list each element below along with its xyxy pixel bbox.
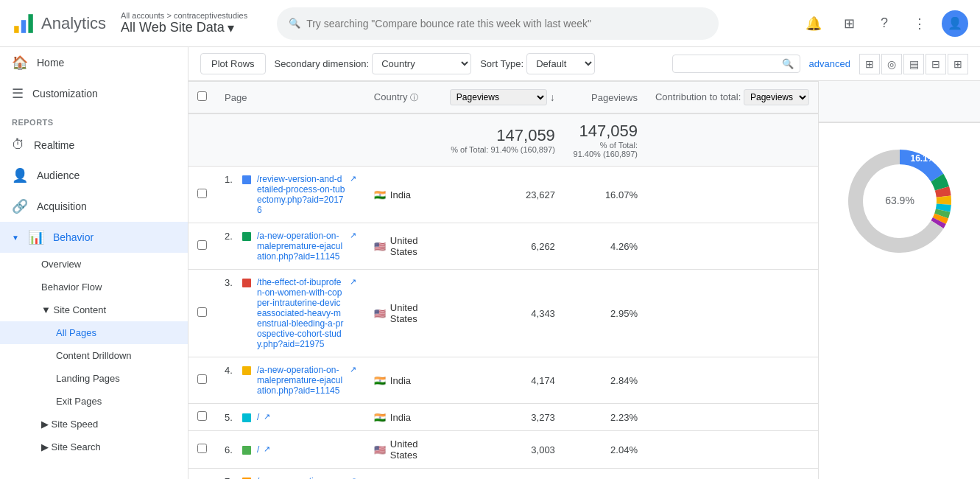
breadcrumb-area: All accounts > contraceptivestudies All … xyxy=(121,11,247,36)
row-page-link[interactable]: /review-version-and-detailed-process-on-… xyxy=(257,174,345,215)
row-number: 1. xyxy=(225,174,239,185)
apps-button[interactable]: ⊞ xyxy=(836,10,862,37)
row-number: 3. xyxy=(225,277,239,288)
country-flag: 🇺🇸 xyxy=(374,241,386,252)
row-country-cell: 🇮🇳 India xyxy=(365,167,441,223)
sidebar-item-customization[interactable]: ☰ Customization xyxy=(0,78,188,109)
row-number: 6. xyxy=(225,444,239,455)
toolbar: Plot Rows Secondary dimension: Country C… xyxy=(188,47,980,81)
row-checkbox[interactable] xyxy=(197,189,207,198)
sidebar-sub-all-pages[interactable]: All Pages xyxy=(0,321,188,344)
view-icon-bar[interactable]: ▤ xyxy=(903,54,924,74)
sidebar-item-audience[interactable]: 👤 Audience xyxy=(0,160,188,191)
row-checkbox-cell xyxy=(188,223,216,270)
country-flag: 🇺🇸 xyxy=(374,308,386,319)
row-page-cell: 5. / ↗ xyxy=(216,404,365,431)
row-page-link[interactable]: /a-new-operation-on-malepremature-ejacul… xyxy=(257,476,345,479)
row-checkbox[interactable] xyxy=(197,411,207,421)
advanced-link[interactable]: advanced xyxy=(809,58,850,69)
row-number: 7. xyxy=(225,476,239,479)
audience-icon: 👤 xyxy=(12,167,28,183)
sidebar: 🏠 Home ☰ Customization REPORTS ⏱ Realtim… xyxy=(0,47,188,479)
row-checkbox-cell xyxy=(188,431,216,469)
sidebar-sub-site-content[interactable]: ▼ Site Content xyxy=(0,298,188,321)
row-contribution-cell xyxy=(646,404,818,431)
row-pct-cell: 1.87% xyxy=(564,469,646,480)
sidebar-sub-landing-pages[interactable]: Landing Pages xyxy=(0,367,188,390)
sidebar-item-label-audience: Audience xyxy=(37,169,80,181)
row-checkbox[interactable] xyxy=(197,307,207,317)
row-country-cell: 🇺🇸 United States xyxy=(365,431,441,469)
pie-header xyxy=(819,81,980,123)
row-checkbox-cell xyxy=(188,270,216,357)
row-color-dot xyxy=(242,232,251,241)
view-icon-table[interactable]: ⊞ xyxy=(948,54,968,74)
row-country-cell: 🇺🇸 United States xyxy=(365,223,441,270)
sidebar-item-behavior[interactable]: ▼ 📊 Behavior xyxy=(0,222,188,253)
view-icon-pie[interactable]: ◎ xyxy=(881,54,902,74)
global-search-bar[interactable]: 🔍 xyxy=(277,7,719,40)
notification-button[interactable]: 🔔 xyxy=(800,10,827,37)
row-page-link[interactable]: /a-new-operation-on-malepremature-ejacul… xyxy=(257,365,345,396)
table-search-icon[interactable]: 🔍 xyxy=(782,58,794,69)
secondary-dim-select[interactable]: Country City Device Category xyxy=(372,53,471,74)
row-checkbox[interactable] xyxy=(197,374,207,384)
row-page-link[interactable]: /the-effect-of-ibuprofen-on-women-with-c… xyxy=(257,277,345,349)
help-button[interactable]: ? xyxy=(871,10,898,37)
row-contribution-cell xyxy=(646,270,818,357)
view-icon-column[interactable]: ⊟ xyxy=(926,54,946,74)
row-page-link[interactable]: / xyxy=(257,444,259,455)
row-color-dot xyxy=(242,446,251,455)
sidebar-sub-site-search[interactable]: ▶ Site Search xyxy=(0,436,188,458)
row-page-link[interactable]: /a-new-operation-on-malepremature-ejacul… xyxy=(257,231,345,262)
sidebar-sub-behavior-flow[interactable]: Behavior Flow xyxy=(0,276,188,298)
row-checkbox[interactable] xyxy=(197,444,207,453)
view-icons: ⊞ ◎ ▤ ⊟ ⊞ xyxy=(859,54,968,74)
global-search-input[interactable] xyxy=(306,18,707,29)
main-layout: 🏠 Home ☰ Customization REPORTS ⏱ Realtim… xyxy=(0,47,980,479)
svg-rect-2 xyxy=(28,14,32,33)
table-search-input[interactable] xyxy=(679,58,782,69)
row-pct-cell: 4.26% xyxy=(564,223,646,270)
header: Analytics All accounts > contraceptivest… xyxy=(0,0,980,47)
table-row: 2. /a-new-operation-on-malepremature-eja… xyxy=(188,223,818,270)
contribution-metric-select[interactable]: Pageviews xyxy=(744,89,809,105)
plot-rows-button[interactable]: Plot Rows xyxy=(200,53,266,74)
country-info-icon: ⓘ xyxy=(410,93,418,102)
sidebar-sub-exit-pages[interactable]: Exit Pages xyxy=(0,390,188,413)
sort-arrow-icon[interactable]: ↓ xyxy=(550,91,555,103)
row-country-cell: 🇺🇸 United States xyxy=(365,270,441,357)
row-pageviews-cell: 2,743 xyxy=(441,469,564,480)
sidebar-sub-site-speed[interactable]: ▶ Site Speed xyxy=(0,413,188,436)
secondary-dim-label: Secondary dimension: xyxy=(275,58,370,69)
sidebar-sub-label-landing-pages: Landing Pages xyxy=(56,373,120,384)
country-name: United States xyxy=(390,302,432,324)
select-all-checkbox[interactable] xyxy=(197,91,207,101)
sort-type-select[interactable]: Default Weighted xyxy=(526,53,595,74)
pageviews-metric-select[interactable]: Pageviews Unique Pageviews Avg. Time on … xyxy=(450,89,547,105)
table-search-box[interactable]: 🔍 xyxy=(672,55,800,73)
more-button[interactable]: ⋮ xyxy=(906,10,933,37)
country-name: India xyxy=(390,375,411,386)
sidebar-sub-label-site-content: ▼ Site Content xyxy=(41,304,106,315)
sidebar-sub-content-drilldown[interactable]: Content Drilldown xyxy=(0,344,188,367)
row-pageviews-cell: 6,262 xyxy=(441,223,564,270)
row-checkbox[interactable] xyxy=(197,240,207,250)
sidebar-item-home[interactable]: 🏠 Home xyxy=(0,47,188,78)
total-label-cell xyxy=(216,113,365,167)
property-selector[interactable]: All Web Site Data ▾ xyxy=(121,20,247,36)
settings-button[interactable]: ⚙ xyxy=(0,470,188,479)
acquisition-icon: 🔗 xyxy=(12,198,28,214)
pie-chart: 16.1%63.9% xyxy=(833,135,966,268)
logo: Analytics xyxy=(12,12,106,35)
sidebar-item-acquisition[interactable]: 🔗 Acquisition xyxy=(0,191,188,222)
view-icon-grid[interactable]: ⊞ xyxy=(859,54,880,74)
pie-chart-column: 16.1%63.9% xyxy=(818,81,980,479)
sidebar-sub-overview[interactable]: Overview xyxy=(0,253,188,276)
sidebar-sub-label-exit-pages: Exit Pages xyxy=(56,396,102,407)
table-row: 1. /review-version-and-detailed-process-… xyxy=(188,167,818,223)
avatar[interactable]: 👤 xyxy=(942,10,968,37)
sidebar-item-realtime[interactable]: ⏱ Realtime xyxy=(0,130,188,160)
reports-section-label: REPORTS xyxy=(0,109,188,130)
row-page-link[interactable]: / xyxy=(257,412,259,422)
